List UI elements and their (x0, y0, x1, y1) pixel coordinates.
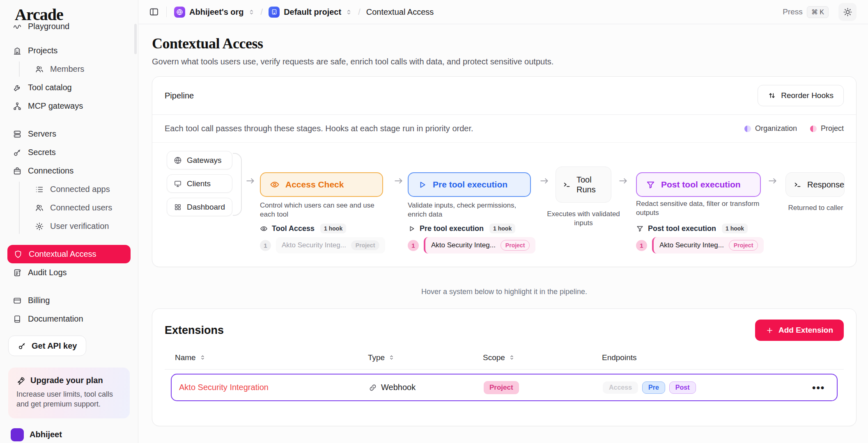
stage-label: Post tool execution (661, 180, 741, 190)
source-label: Gateways (187, 156, 221, 165)
hook-title: Post tool execution (648, 224, 716, 233)
theme-toggle-button[interactable] (838, 3, 857, 21)
hook-count-badge: 1 hook (489, 224, 515, 233)
flow-arrow-icon (767, 176, 778, 186)
sidebar-item-label: Connections (28, 166, 73, 176)
account-item[interactable]: Abhijeet (11, 427, 127, 443)
org-name: Abhijeet's org (189, 7, 244, 17)
stage-post-tool-execution[interactable]: Post tool execution (636, 172, 761, 197)
globe-icon (174, 156, 182, 164)
cmd-k-shortcut: ⌘ K (807, 6, 829, 18)
hook-scope-badge: Project (351, 240, 379, 250)
flow-arrow-icon (393, 176, 404, 186)
endpoint-access-badge: Access (603, 381, 638, 394)
hook-count-badge: 1 hook (722, 224, 748, 233)
sidebar-item-connections[interactable]: Connections (7, 162, 131, 180)
pipeline-card: Pipeline Reorder Hooks Each tool call pa… (152, 76, 857, 267)
legend-organization: Organization (744, 124, 797, 133)
sidebar-item-billing[interactable]: Billing (7, 291, 131, 310)
pipeline-description: Each tool call passes through these stag… (165, 124, 473, 133)
flow-arrow-icon (618, 176, 629, 186)
stage-access-desc: Control which users can see and use each… (260, 201, 387, 219)
sidebar-item-contextual-access[interactable]: Contextual Access (7, 245, 131, 263)
chevron-up-down-icon (248, 9, 255, 16)
sort-icon (508, 354, 515, 361)
extension-type: Webhook (369, 383, 484, 392)
flow-arrow-icon (245, 176, 256, 186)
sidebar-item-label: User verification (50, 222, 109, 231)
key-icon (18, 342, 26, 350)
sidebar-scrollbar[interactable] (134, 24, 137, 54)
source-gateways[interactable]: Gateways (167, 151, 232, 169)
topbar-divider (166, 7, 167, 17)
sidebar-item-label: Tool catalog (28, 83, 72, 92)
sun-icon (843, 7, 852, 17)
sidebar-item-connected-users[interactable]: Connected users (29, 199, 131, 217)
breadcrumb-org-selector[interactable]: Abhijeet's org (174, 7, 255, 18)
extensions-title: Extensions (165, 324, 224, 337)
sidebar-item-user-verification[interactable]: User verification (29, 217, 131, 235)
stage-access-check[interactable]: Access Check (260, 172, 383, 197)
project-avatar (269, 7, 280, 18)
stage-runs-desc: Executes with validated inputs (547, 210, 620, 228)
sidebar-item-mcp-gateways[interactable]: MCP gateways (7, 97, 131, 115)
sidebar-nav: Playground Projects Members Tool catalog… (0, 22, 138, 443)
post-hook-row[interactable]: 1 Akto Security Integ... Project (636, 237, 764, 253)
hook-title: Tool Access (272, 224, 315, 233)
sidebar-item-members[interactable]: Members (29, 60, 131, 78)
access-hook-row[interactable]: 1 Akto Security Integ... Project (260, 237, 385, 253)
breadcrumb-project-selector[interactable]: Default project (269, 7, 352, 18)
upgrade-title: Upgrade your plan (30, 376, 103, 385)
extensions-card: Extensions Add Extension Name Type (152, 308, 857, 426)
sidebar-item-label: MCP gateways (28, 101, 83, 111)
reorder-hooks-button[interactable]: Reorder Hooks (758, 85, 844, 106)
scope-legend: Organization Project (744, 124, 844, 133)
pipeline-diagram: Gateways Clients Dashboard Access Check (165, 143, 844, 267)
sidebar-item-connected-apps[interactable]: Connected apps (29, 180, 131, 199)
get-api-key-button[interactable]: Get API key (8, 336, 86, 356)
sidebar-item-tool-catalog[interactable]: Tool catalog (7, 78, 131, 97)
sources-bracket (233, 153, 242, 216)
extension-name[interactable]: Akto Security Integration (179, 383, 369, 392)
pipeline-title: Pipeline (165, 91, 194, 100)
users-icon (34, 203, 44, 212)
sidebar-item-audit-logs[interactable]: Audit Logs (7, 263, 131, 282)
sidebar-item-secrets[interactable]: Secrets (7, 143, 131, 162)
sidebar: Arcade Playground Projects Members Tool … (0, 0, 138, 443)
column-header-type[interactable]: Type (368, 353, 483, 362)
sidebar-item-label: Projects (28, 46, 57, 55)
eye-icon (270, 180, 280, 190)
row-menu-button[interactable]: ••• (812, 382, 837, 393)
sidebar-item-label: Members (50, 64, 84, 74)
stage-tool-runs[interactable]: Tool Runs (556, 167, 611, 203)
stage-label: Access Check (285, 180, 344, 190)
page-title: Contextual Access (152, 35, 857, 52)
key-icon (12, 148, 22, 157)
page-subtitle: Govern what tools users use, verify requ… (152, 57, 857, 66)
hook-name: Akto Security Integ... (282, 241, 346, 249)
sidebar-item-servers[interactable]: Servers (7, 125, 131, 143)
upgrade-body: Increase user limits, tool calls and get… (16, 389, 122, 409)
upgrade-plan-card[interactable]: Upgrade your plan Increase user limits, … (8, 368, 130, 418)
hook-title: Pre tool execution (420, 224, 484, 233)
breadcrumb-current-page: Contextual Access (366, 7, 434, 17)
add-extension-button[interactable]: Add Extension (755, 320, 844, 341)
eye-icon (260, 225, 268, 233)
table-row[interactable]: Akto Security Integration Webhook Projec… (171, 374, 838, 401)
stage-response[interactable]: Response (785, 172, 845, 197)
sidebar-toggle-icon[interactable] (149, 7, 159, 17)
source-clients[interactable]: Clients (167, 174, 232, 193)
add-extension-label: Add Extension (778, 326, 833, 335)
sidebar-item-documentation[interactable]: Documentation (7, 310, 131, 328)
source-dashboard[interactable]: Dashboard (167, 198, 232, 216)
arcade-logo[interactable]: Arcade (15, 5, 63, 24)
sort-icon (199, 354, 206, 361)
sidebar-item-label: Documentation (28, 314, 83, 324)
pre-hook-row[interactable]: 1 Akto Security Integ... Project (408, 237, 535, 253)
sidebar-item-projects[interactable]: Projects (7, 41, 131, 60)
stage-pre-tool-execution[interactable]: Pre tool execution (408, 172, 531, 197)
hook-priority: 1 (636, 240, 647, 251)
column-header-scope[interactable]: Scope (483, 353, 602, 362)
stage-label: Response (807, 180, 844, 190)
column-header-name[interactable]: Name (175, 353, 368, 362)
